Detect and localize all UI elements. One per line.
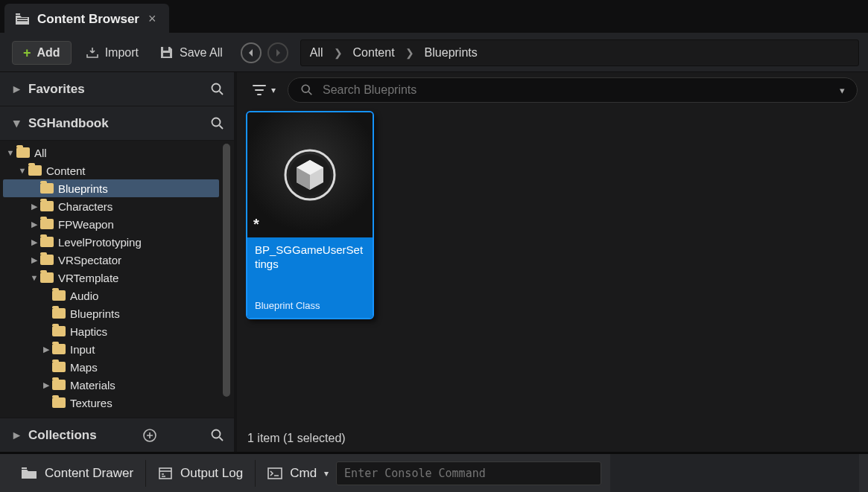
tree-item-label: FPWeapon [58,218,114,231]
nav-back-button[interactable] [241,42,262,63]
folder-icon [40,183,54,194]
scrollbar[interactable] [223,144,230,397]
import-icon [85,46,100,60]
tree-item[interactable]: ▶Characters [3,197,219,215]
svg-rect-17 [159,468,171,479]
output-log-button[interactable]: Output Log [146,460,256,487]
folder-icon [52,362,66,372]
tree-item[interactable]: ▼All [3,144,219,162]
tree-item-label: Audio [70,290,98,302]
folder-icon [52,397,66,408]
chevron-right-icon[interactable]: ▶ [30,202,39,211]
project-header[interactable]: ▾ SGHandbook [0,106,234,141]
chevron-down-icon: ▾ [271,85,276,95]
search-input[interactable] [321,83,832,98]
folder-tree[interactable]: ▼All▼Content▶Blueprints▶Characters▶FPWea… [3,144,219,415]
folder-icon [52,344,66,354]
svg-rect-4 [163,53,170,57]
folder-icon [40,219,54,229]
chevron-down-icon[interactable]: ▼ [6,148,15,157]
chevron-right-icon[interactable]: ▶ [30,237,39,247]
add-button[interactable]: + Add [12,41,72,65]
tree-item[interactable]: ▶Audio [3,287,219,304]
tree-item-label: Content [46,164,86,177]
bottom-dock: Content Drawer Output Log Cmd ▾ [0,452,868,492]
console-input[interactable] [336,461,601,485]
svg-point-7 [212,118,221,126]
svg-line-6 [220,91,224,95]
chevron-down-icon[interactable]: ▾ [840,85,845,96]
breadcrumb-item[interactable]: Content [353,46,395,60]
tree-item-label: LevelPrototyping [58,236,142,249]
project-label: SGHandbook [28,116,109,131]
tree-item[interactable]: ▶FPWeapon [3,215,219,233]
collections-label: Collections [28,428,97,443]
svg-point-5 [212,83,221,92]
tab-close-button[interactable]: × [147,11,158,27]
chevron-right-icon: ▸ [13,427,22,443]
chevron-down-icon: ▾ [324,468,329,479]
import-button[interactable]: Import [79,42,145,64]
dock-spacer [610,454,859,492]
svg-rect-16 [22,467,27,469]
asset-card[interactable]: * BP_SGGameUserSettings Blueprint Class [246,111,374,319]
search-icon[interactable] [210,82,225,97]
content-area: ▾ ▾ * [237,72,868,452]
chevron-right-icon[interactable]: ▶ [42,345,51,354]
tab-content-browser[interactable]: Content Browser × [4,4,169,33]
dirty-indicator: * [253,216,259,233]
svg-line-13 [308,92,311,95]
save-all-label: Save All [180,46,223,60]
plus-icon: + [23,46,31,60]
tree-item-label: Materials [70,379,115,392]
asset-type: Blueprint Class [255,300,365,312]
folder-icon [40,272,54,283]
breadcrumb-item[interactable]: All [310,46,323,60]
tree-item-label: VRTemplate [58,272,118,284]
log-icon [158,467,173,480]
add-label: Add [37,46,60,60]
svg-point-10 [212,429,221,438]
search-icon[interactable] [210,116,225,131]
tree-item[interactable]: ▶Maps [3,358,219,376]
tree-item[interactable]: ▼Content [3,162,219,179]
add-collection-button[interactable] [142,428,157,443]
search-field[interactable]: ▾ [288,77,858,103]
content-drawer-button[interactable]: Content Drawer [9,460,146,487]
breadcrumb-item[interactable]: Blueprints [425,46,478,60]
search-icon[interactable] [210,428,225,443]
tree-item[interactable]: ▶Blueprints [3,179,219,197]
tree-item[interactable]: ▶LevelPrototyping [3,233,219,251]
folder-icon [40,237,54,247]
asset-thumbnail: * [247,112,373,237]
cmd-selector[interactable]: Cmd ▾ [256,460,336,487]
chevron-down-icon[interactable]: ▼ [18,166,27,175]
chevron-right-icon: ❯ [405,47,414,59]
folder-icon [52,380,66,390]
tree-item-label: Haptics [70,325,107,338]
svg-rect-3 [163,47,168,51]
chevron-down-icon[interactable]: ▼ [30,273,39,282]
chevron-right-icon[interactable]: ▶ [30,255,39,265]
tree-item[interactable]: ▶Input [3,340,219,358]
chevron-right-icon[interactable]: ▶ [42,380,51,390]
save-all-button[interactable]: Save All [152,41,229,65]
tree-item[interactable]: ▶Textures [3,394,219,412]
chevron-right-icon[interactable]: ▶ [30,220,39,229]
tree-item[interactable]: ▶VRSpectator [3,251,219,269]
tree-item[interactable]: ▶Haptics [3,322,219,340]
folder-list-icon [15,13,30,26]
chevron-right-icon: ▸ [13,81,22,97]
svg-point-12 [302,85,309,92]
asset-grid[interactable]: * BP_SGGameUserSettings Blueprint Class [237,108,868,425]
tree-item[interactable]: ▼VRTemplate [3,269,219,287]
toolbar: + Add Import Save All All ❯ Content ❯ Bl… [0,33,868,71]
tree-item-label: VRSpectator [58,254,121,266]
tree-item-label: Textures [70,397,113,409]
filter-button[interactable]: ▾ [247,81,280,99]
favorites-header[interactable]: ▸ Favorites [0,72,234,106]
tree-item[interactable]: ▶Blueprints [3,304,219,322]
collections-header[interactable]: ▸ Collections [0,418,234,452]
breadcrumb[interactable]: All ❯ Content ❯ Blueprints [300,39,859,66]
tree-item[interactable]: ▶Materials [3,376,219,394]
